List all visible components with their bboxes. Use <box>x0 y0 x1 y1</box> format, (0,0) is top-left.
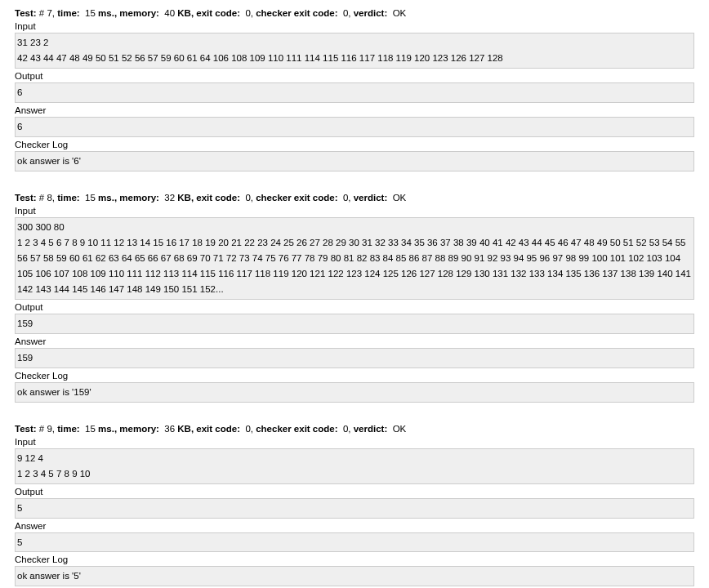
time-value: 15 <box>85 8 96 18</box>
memory-label: memory: <box>119 8 159 18</box>
tests-container: Test: # 7, time: 15 ms., memory: 40 KB, … <box>0 0 709 588</box>
input-label: Input <box>15 206 694 216</box>
time-unit: ms., <box>98 193 117 203</box>
input-content[interactable]: 300 300 80 1 2 3 4 5 6 7 8 9 10 11 12 13… <box>15 217 694 300</box>
test-block: Test: # 8, time: 15 ms., memory: 32 KB, … <box>0 185 709 416</box>
test-block: Test: # 7, time: 15 ms., memory: 40 KB, … <box>0 0 709 185</box>
output-label: Output <box>15 487 694 497</box>
test-label: Test: <box>15 193 37 203</box>
checker-exit-code-label: checker exit code: <box>256 8 337 18</box>
checker-log-label: Checker Log <box>15 140 694 149</box>
answer-content[interactable]: 5 <box>15 532 694 553</box>
verdict-value: OK <box>393 193 407 203</box>
verdict-value: OK <box>393 8 407 18</box>
time-label: time: <box>57 8 79 18</box>
time-unit: ms., <box>98 424 117 434</box>
output-content[interactable]: 5 <box>15 498 694 519</box>
verdict-label: verdict: <box>354 8 388 18</box>
checker-log-content[interactable]: ok answer is '6' <box>15 151 694 172</box>
test-header: Test: # 8, time: 15 ms., memory: 32 KB, … <box>15 193 694 203</box>
checker-log-label: Checker Log <box>15 371 694 381</box>
memory-value: 36 <box>164 424 175 434</box>
test-block: Test: # 9, time: 15 ms., memory: 36 KB, … <box>0 416 709 588</box>
test-number: # 7, <box>39 8 55 18</box>
checker-exit-code-value: 0, <box>343 193 351 203</box>
test-header: Test: # 7, time: 15 ms., memory: 40 KB, … <box>15 8 694 18</box>
test-label: Test: <box>15 8 37 18</box>
test-number: # 8, <box>39 193 55 203</box>
verdict-label: verdict: <box>354 424 388 434</box>
test-number: # 9, <box>39 424 55 434</box>
output-label: Output <box>15 302 694 312</box>
output-content[interactable]: 6 <box>15 82 694 103</box>
memory-label: memory: <box>119 424 159 434</box>
memory-unit: KB, <box>177 8 194 18</box>
exit-code-value: 0, <box>245 424 253 434</box>
exit-code-label: exit code: <box>196 424 240 434</box>
test-header: Test: # 9, time: 15 ms., memory: 36 KB, … <box>15 424 694 434</box>
time-value: 15 <box>85 424 96 434</box>
memory-value: 32 <box>164 193 175 203</box>
checker-exit-code-label: checker exit code: <box>256 193 337 203</box>
memory-unit: KB, <box>177 424 194 434</box>
input-label: Input <box>15 437 694 447</box>
test-label: Test: <box>15 424 37 434</box>
exit-code-label: exit code: <box>196 193 240 203</box>
checker-log-content[interactable]: ok answer is '159' <box>15 382 694 403</box>
output-content[interactable]: 159 <box>15 314 694 334</box>
checker-log-content[interactable]: ok answer is '5' <box>15 566 694 586</box>
answer-label: Answer <box>15 105 694 115</box>
memory-value: 40 <box>164 8 175 18</box>
answer-label: Answer <box>15 336 694 346</box>
output-label: Output <box>15 71 694 81</box>
time-unit: ms., <box>98 8 117 18</box>
verdict-label: verdict: <box>354 193 388 203</box>
exit-code-label: exit code: <box>196 8 240 18</box>
memory-label: memory: <box>119 193 159 203</box>
answer-label: Answer <box>15 521 694 531</box>
input-label: Input <box>15 21 694 31</box>
checker-exit-code-value: 0, <box>343 8 351 18</box>
checker-exit-code-label: checker exit code: <box>256 424 337 434</box>
verdict-value: OK <box>393 424 407 434</box>
exit-code-value: 0, <box>245 8 253 18</box>
time-label: time: <box>57 193 79 203</box>
input-content[interactable]: 31 23 2 42 43 44 47 48 49 50 51 52 56 57… <box>15 33 694 69</box>
answer-content[interactable]: 6 <box>15 117 694 137</box>
exit-code-value: 0, <box>245 193 253 203</box>
answer-content[interactable]: 159 <box>15 348 694 368</box>
checker-exit-code-value: 0, <box>343 424 351 434</box>
time-value: 15 <box>85 193 96 203</box>
checker-log-label: Checker Log <box>15 555 694 564</box>
memory-unit: KB, <box>177 193 194 203</box>
time-label: time: <box>57 424 79 434</box>
input-content[interactable]: 9 12 4 1 2 3 4 5 7 8 9 10 <box>15 448 694 484</box>
